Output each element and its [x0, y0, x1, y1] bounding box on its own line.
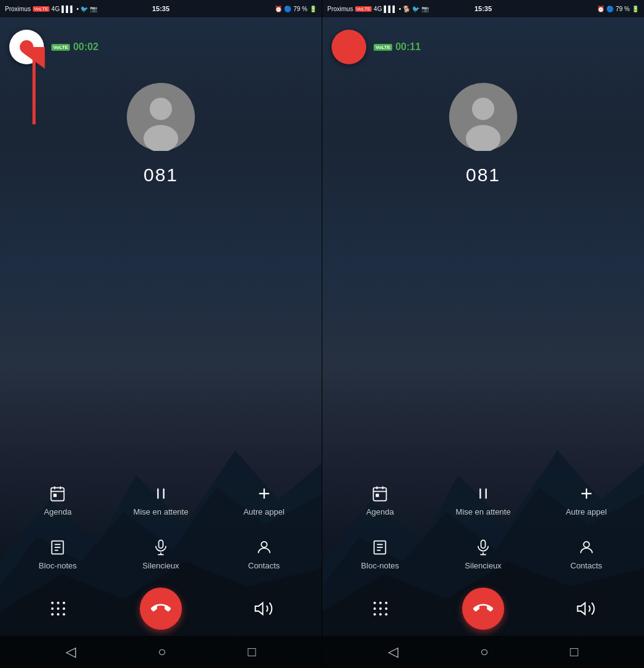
right-recent-nav[interactable]: □	[570, 644, 578, 660]
right-buttons-grid: Agenda Mise en attente A	[322, 474, 644, 581]
svg-point-63	[385, 607, 387, 610]
left-avatar-container	[127, 83, 195, 153]
svg-rect-8	[51, 488, 64, 501]
left-nav-bar: ◁ ○ □	[0, 636, 322, 668]
right-home-nav[interactable]: ○	[480, 644, 488, 660]
left-bottom-row	[0, 581, 322, 636]
left-call-content: VoLTE 00:02	[0, 17, 322, 191]
svg-point-27	[62, 602, 65, 604]
right-add-call-button[interactable]: Autre appel	[535, 474, 638, 528]
left-status-left: Proximus VoLTE 4G ▌▌▌ • 🐦 📷	[5, 6, 97, 12]
left-notepad-label: Bloc-notes	[39, 561, 77, 570]
left-notepad-icon	[49, 539, 66, 556]
svg-rect-45	[376, 494, 379, 497]
left-agenda-button[interactable]: Agenda	[6, 474, 109, 528]
right-pause-icon	[474, 485, 492, 502]
left-add-call-label: Autre appel	[243, 507, 285, 516]
svg-point-65	[379, 613, 382, 615]
right-notepad-button[interactable]: Bloc-notes	[328, 528, 432, 581]
right-volte-badge: VoLTE	[374, 44, 392, 51]
left-calendar-icon	[49, 485, 66, 502]
svg-point-64	[374, 613, 376, 615]
right-status-left: Proximus VoLTE 4G ▌▌▌ • 🐕 🐦 📷	[327, 6, 429, 12]
svg-point-39	[472, 98, 494, 120]
right-calendar-icon	[371, 485, 389, 502]
svg-point-33	[62, 613, 65, 615]
right-battery-icon: 🔋	[632, 6, 639, 12]
right-camera-icon: 📷	[421, 6, 429, 12]
right-end-call-icon	[473, 599, 493, 619]
left-contacts-label: Contacts	[248, 561, 280, 570]
left-phone-screen: Proximus VoLTE 4G ▌▌▌ • 🐦 📷 15:35 ⏰ 🔵 79…	[0, 0, 322, 668]
left-keypad-icon	[48, 599, 68, 619]
svg-point-29	[57, 607, 59, 610]
left-contacts-icon	[255, 539, 273, 556]
right-bottom-row	[322, 581, 644, 636]
right-keypad-button[interactable]	[371, 599, 390, 619]
right-mute-button[interactable]: Silencieux	[432, 528, 535, 581]
left-time: 15:35	[152, 5, 170, 12]
right-notepad-label: Bloc-notes	[361, 561, 399, 570]
right-alarm-icon: ⏰	[597, 6, 604, 12]
left-status-right: ⏰ 🔵 79 % 🔋	[275, 6, 317, 12]
left-battery: 79 %	[293, 6, 307, 12]
right-call-content: VoLTE 00:11 081	[322, 17, 644, 191]
right-hold-label: Mise en attente	[456, 507, 511, 516]
left-timer-label: VoLTE 00:02	[51, 41, 98, 53]
left-agenda-label: Agenda	[44, 507, 72, 516]
svg-point-62	[379, 607, 382, 610]
left-speaker-button[interactable]	[254, 599, 273, 619]
left-notepad-button[interactable]: Bloc-notes	[6, 528, 109, 581]
svg-marker-34	[255, 603, 263, 615]
left-recent-nav[interactable]: □	[248, 644, 256, 660]
left-home-nav[interactable]: ○	[158, 644, 166, 660]
left-pause-icon	[152, 485, 170, 502]
right-mic-icon	[474, 539, 492, 556]
svg-point-61	[374, 607, 376, 610]
left-contacts-button[interactable]: Contacts	[212, 528, 316, 581]
right-nav-bar: ◁ ○ □	[322, 636, 644, 668]
left-battery-icon: 🔋	[309, 6, 317, 12]
right-speaker-button[interactable]	[576, 599, 596, 619]
svg-rect-41	[374, 488, 387, 501]
left-mute-label: Silencieux	[142, 561, 179, 570]
svg-point-26	[57, 602, 59, 604]
svg-rect-12	[54, 494, 56, 497]
left-hold-button[interactable]: Mise en attente	[109, 474, 213, 528]
right-status-right: ⏰ 🔵 79 % 🔋	[597, 6, 639, 12]
left-volte-status: VoLTE	[33, 6, 49, 12]
left-carrier: Proximus	[5, 6, 31, 12]
svg-point-32	[57, 613, 59, 615]
left-twitter-icon: 🐦	[80, 6, 88, 12]
svg-point-40	[466, 125, 500, 151]
left-bluetooth-icon: 🔵	[284, 6, 291, 12]
left-caller-number: 081	[144, 165, 178, 186]
svg-point-57	[583, 542, 589, 547]
svg-point-24	[261, 542, 267, 547]
svg-point-58	[374, 602, 376, 604]
left-4g: 4G	[51, 6, 59, 12]
left-add-call-button[interactable]: Autre appel	[212, 474, 316, 528]
right-status-bar: Proximus VoLTE 4G ▌▌▌ • 🐕 🐦 📷 15:35 ⏰ 🔵 …	[322, 0, 644, 17]
right-agenda-button[interactable]: Agenda	[328, 474, 432, 528]
left-signal-bars: ▌▌▌	[61, 6, 74, 12]
left-volte-badge: VoLTE	[51, 44, 70, 51]
right-end-call-button[interactable]	[462, 588, 504, 630]
left-mute-button[interactable]: Silencieux	[109, 528, 213, 581]
left-end-call-button[interactable]	[140, 588, 182, 630]
right-speaker-icon	[576, 599, 596, 619]
right-back-nav[interactable]: ◁	[388, 644, 398, 660]
right-signal-bars: ▌▌▌	[384, 6, 397, 12]
arrow-annotation	[22, 47, 46, 130]
right-dog-icon: 🐕	[403, 6, 410, 12]
right-timer-label: VoLTE 00:11	[374, 41, 421, 53]
right-4g: 4G	[374, 6, 382, 12]
left-back-nav[interactable]: ◁	[66, 644, 76, 660]
right-mute-label: Silencieux	[465, 561, 501, 570]
left-keypad-button[interactable]	[48, 599, 68, 619]
right-contacts-button[interactable]: Contacts	[535, 528, 638, 581]
right-add-call-label: Autre appel	[565, 507, 607, 516]
right-phone-screen: Proximus VoLTE 4G ▌▌▌ • 🐕 🐦 📷 15:35 ⏰ 🔵 …	[322, 0, 644, 668]
right-record-button[interactable]	[332, 30, 366, 64]
right-hold-button[interactable]: Mise en attente	[432, 474, 535, 528]
